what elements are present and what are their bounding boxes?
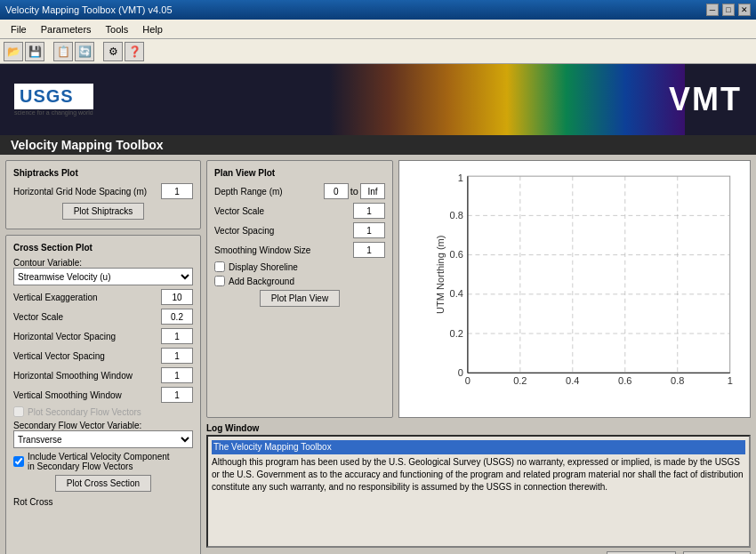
cross-section-panel: Cross Section Plot Contour Variable: Str… xyxy=(5,235,201,554)
banner-image xyxy=(329,64,685,135)
chart-area: .grid-line { stroke: #aaa; stroke-width:… xyxy=(398,160,751,418)
usgs-text: USGS xyxy=(20,86,74,107)
minimize-button[interactable]: ─ xyxy=(706,4,719,16)
shiptracks-title: Shiptracks Plot xyxy=(13,168,193,178)
svg-text:1: 1 xyxy=(728,375,733,386)
pv-vector-spacing-row: Vector Spacing xyxy=(214,222,385,238)
title-bar: Velocity Mapping Toolbox (VMT) v4.05 ─ □… xyxy=(0,0,756,20)
pv-vector-scale-input[interactable] xyxy=(353,203,385,219)
h-smoothing-label: Horizontal Smoothing Window xyxy=(13,371,161,381)
menu-bar: File Parameters Tools Help xyxy=(0,20,756,39)
pv-smoothing-input[interactable] xyxy=(353,242,385,258)
svg-text:1: 1 xyxy=(458,173,463,183)
pv-vector-scale-label: Vector Scale xyxy=(214,206,353,216)
svg-text:0.2: 0.2 xyxy=(450,328,463,339)
toolbar-refresh[interactable]: 🔄 xyxy=(75,42,94,61)
vertical-component-label: Include Vertical Velocity Componentin Se… xyxy=(28,452,170,471)
log-window: Log Window The Velocity Mapping Toolbox … xyxy=(206,423,751,554)
vector-scale-input[interactable] xyxy=(161,309,193,325)
depth-to-input[interactable] xyxy=(360,183,385,199)
plan-view-title: Plan View Plot xyxy=(214,168,385,178)
grid-spacing-row: Horizontal Grid Node Spacing (m) xyxy=(13,183,193,199)
log-body: Although this program has been used by t… xyxy=(212,457,744,492)
chart-svg: .grid-line { stroke: #aaa; stroke-width:… xyxy=(435,170,741,390)
pv-vector-spacing-input[interactable] xyxy=(353,222,385,238)
window-title: Velocity Mapping Toolbox (VMT) v4.05 xyxy=(5,4,173,15)
usgs-logo: USGS science for a changing world xyxy=(14,84,93,116)
app-name-text: Velocity Mapping Toolbox xyxy=(11,138,164,152)
log-content[interactable]: The Velocity Mapping Toolbox Although th… xyxy=(206,435,751,548)
maximize-button[interactable]: □ xyxy=(722,4,735,16)
depth-from-input[interactable] xyxy=(324,183,349,199)
h-vector-spacing-label: Horizontal Vector Spacing xyxy=(13,332,161,341)
secondary-flow-label: Plot Secondary Flow Vectors xyxy=(28,407,141,417)
svg-text:UTM Northing (m): UTM Northing (m) xyxy=(435,236,446,314)
h-vector-spacing-input[interactable] xyxy=(161,328,193,344)
plot-plan-view-button[interactable]: Plot Plan View xyxy=(260,290,340,307)
depth-range-row: Depth Range (m) to xyxy=(214,183,385,199)
grid-spacing-input[interactable] xyxy=(161,183,193,199)
pv-smoothing-row: Smoothing Window Size xyxy=(214,242,385,258)
top-right: Plan View Plot Depth Range (m) to Vector… xyxy=(206,160,751,418)
depth-to-separator: to xyxy=(350,186,358,197)
vertical-exag-row: Vertical Exaggeration xyxy=(13,289,193,305)
cross-section-title: Cross Section Plot xyxy=(13,243,193,253)
plot-shiptracks-button[interactable]: Plot Shiptracks xyxy=(62,203,145,220)
menu-parameters[interactable]: Parameters xyxy=(34,22,99,36)
header-banner: USGS science for a changing world VMT xyxy=(0,64,756,135)
vector-scale-label: Vector Scale xyxy=(13,312,161,322)
display-shoreline-checkbox[interactable] xyxy=(214,261,225,272)
display-shoreline-row: Display Shoreline xyxy=(214,261,385,272)
depth-range-label: Depth Range (m) xyxy=(214,187,324,197)
svg-text:0.6: 0.6 xyxy=(618,375,631,386)
secondary-variable-label: Secondary Flow Vector Variable: xyxy=(13,421,193,430)
h-vector-spacing-row: Horizontal Vector Spacing xyxy=(13,328,193,344)
log-window-title: Log Window xyxy=(206,423,751,433)
window-controls[interactable]: ─ □ ✕ xyxy=(706,4,751,16)
v-smoothing-input[interactable] xyxy=(161,387,193,403)
svg-text:UTM Easting (m): UTM Easting (m) xyxy=(562,389,636,390)
toolbar-help[interactable]: ❓ xyxy=(125,42,144,61)
left-panel: Shiptracks Plot Horizontal Grid Node Spa… xyxy=(5,160,201,554)
menu-file[interactable]: File xyxy=(4,22,34,36)
main-content: Shiptracks Plot Horizontal Grid Node Spa… xyxy=(0,155,756,554)
display-shoreline-label: Display Shoreline xyxy=(229,262,298,272)
svg-text:0.4: 0.4 xyxy=(450,289,463,300)
svg-text:0.8: 0.8 xyxy=(450,210,463,221)
toolbar-save[interactable]: 💾 xyxy=(25,42,44,61)
toolbar-copy[interactable]: 📋 xyxy=(53,42,73,61)
pv-vector-scale-row: Vector Scale xyxy=(214,203,385,219)
svg-text:0.4: 0.4 xyxy=(566,375,579,386)
close-button[interactable]: ✕ xyxy=(738,4,751,16)
plot-cross-section-button[interactable]: Plot Cross Section xyxy=(55,475,151,492)
menu-tools[interactable]: Tools xyxy=(99,22,136,36)
secondary-variable-select[interactable]: Transverse Rozovskii Secondary (zs) xyxy=(13,430,193,448)
toolbar-open[interactable]: 📂 xyxy=(4,42,23,61)
vmt-label: VMT xyxy=(669,81,742,118)
contour-variable-select[interactable]: Streamwise Velocity (u) Cross-stream Vel… xyxy=(13,268,193,285)
plan-view-panel: Plan View Plot Depth Range (m) to Vector… xyxy=(206,160,393,418)
svg-rect-0 xyxy=(468,176,730,373)
h-smoothing-input[interactable] xyxy=(161,367,193,383)
toolbar: 📂 💾 📋 🔄 ⚙ ❓ xyxy=(0,39,756,64)
menu-help[interactable]: Help xyxy=(135,22,170,36)
vertical-component-checkbox[interactable] xyxy=(13,456,24,467)
secondary-flow-row: Plot Secondary Flow Vectors xyxy=(13,406,193,417)
contour-variable-label: Contour Variable: xyxy=(13,258,193,268)
log-highlight: The Velocity Mapping Toolbox xyxy=(212,440,745,454)
usgs-subtitle: science for a changing world xyxy=(14,109,93,116)
svg-text:0: 0 xyxy=(458,367,463,378)
right-panel: Plan View Plot Depth Range (m) to Vector… xyxy=(206,160,751,554)
secondary-flow-checkbox[interactable] xyxy=(13,406,24,417)
h-smoothing-row: Horizontal Smoothing Window xyxy=(13,367,193,383)
grid-spacing-label: Horizontal Grid Node Spacing (m) xyxy=(13,187,161,197)
vertical-exag-input[interactable] xyxy=(161,289,193,305)
vector-scale-row: Vector Scale xyxy=(13,309,193,325)
svg-text:0: 0 xyxy=(465,375,470,386)
toolbar-settings[interactable]: ⚙ xyxy=(103,42,123,61)
add-background-checkbox[interactable] xyxy=(214,276,225,286)
v-smoothing-row: Vertical Smoothing Window xyxy=(13,387,193,403)
shiptracks-panel: Shiptracks Plot Horizontal Grid Node Spa… xyxy=(5,160,201,229)
svg-text:0.2: 0.2 xyxy=(513,375,527,386)
v-vector-spacing-input[interactable] xyxy=(161,348,193,364)
